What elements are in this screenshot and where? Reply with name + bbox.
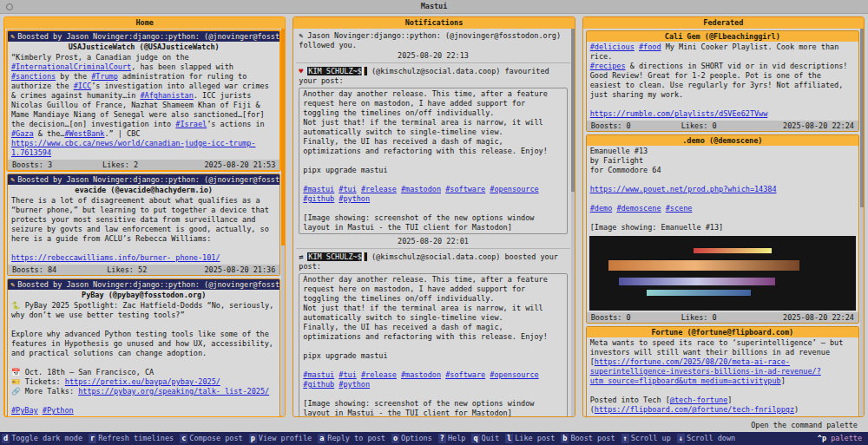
- app-footer: dToggle dark moderRefresh timelinescComp…: [0, 432, 868, 445]
- inline-link[interactable]: #python: [339, 380, 370, 389]
- inline-link[interactable]: #Trump: [91, 72, 118, 81]
- inline-link[interactable]: #PyBay: [11, 406, 38, 415]
- toot-body: “Kimberly Prost, a Canadian judge on the…: [8, 52, 279, 160]
- footer-binding[interactable]: cCompose post: [180, 434, 245, 443]
- notifications-scroll-area[interactable]: ✎Jason Novinger:django::python: (@jnovin…: [293, 29, 574, 416]
- inline-link[interactable]: #Python: [43, 406, 74, 415]
- boost-header: ✎Boosted by Jason Novinger:django::pytho…: [8, 279, 279, 290]
- inline-link[interactable]: #mastui: [303, 185, 334, 193]
- toot-author[interactable]: PyBay (@pybay@fosstodon.org): [8, 290, 279, 300]
- home-scrollbar[interactable]: [281, 29, 285, 416]
- styled-display-name: KIM SCHULZ~$▌: [307, 67, 367, 75]
- binding-label: Help: [446, 434, 467, 443]
- inline-link[interactable]: #software: [445, 370, 485, 379]
- footer-binding[interactable]: pView profile: [249, 434, 314, 443]
- toot[interactable]: .demo (@demoscene) Emanuelle #13 by Fair…: [586, 134, 859, 324]
- tab-home[interactable]: Home: [4, 17, 285, 29]
- inline-link[interactable]: https://www.pouet.net/prod.php?which=143…: [590, 185, 777, 193]
- inline-link[interactable]: #Gaza: [11, 129, 34, 138]
- toot-author[interactable]: Fortune (@fortune@flipboard.com): [587, 327, 858, 337]
- footer-binding[interactable]: dToggle dark mode: [2, 434, 84, 443]
- toot[interactable]: ✎Boosted by Jason Novinger:django::pytho…: [7, 278, 280, 416]
- likes-count: Likes: 52: [107, 265, 147, 275]
- federated-scroll-area[interactable]: Cali Gem (@FLbeachinggirl) #delicious #f…: [583, 29, 864, 416]
- notification-item[interactable]: ✎Jason Novinger:django::python: (@jnovin…: [296, 30, 569, 63]
- footer-binding[interactable]: ?Help: [438, 434, 468, 443]
- inline-link[interactable]: #ICC: [74, 82, 91, 90]
- inline-link[interactable]: #WestBank: [64, 129, 104, 138]
- inline-link[interactable]: #release: [361, 370, 397, 379]
- toot[interactable]: Fortune (@fortune@flipboard.com) Meta wa…: [586, 326, 859, 416]
- scrollbar-thumb[interactable]: [281, 29, 285, 245]
- boost-header-text: Boosted by Jason Novinger:django::python…: [17, 175, 279, 184]
- likes-count: Likes: 0: [681, 121, 717, 131]
- inline-link[interactable]: #github: [303, 380, 334, 389]
- attached-image[interactable]: [589, 236, 856, 311]
- toot-author[interactable]: .demo (@demoscene): [587, 135, 858, 146]
- boost-icon: ⇄: [299, 252, 307, 262]
- toot[interactable]: ✎Boosted by Jason Novinger:django::pytho…: [7, 173, 280, 276]
- footer-binding[interactable]: ↓Scroll down: [677, 434, 737, 443]
- notification-post-body: Another day another release. This time, …: [299, 88, 567, 234]
- inline-link[interactable]: #release: [361, 185, 397, 193]
- inline-link[interactable]: #delicious: [590, 43, 635, 51]
- inline-link[interactable]: #scene: [666, 204, 693, 213]
- inline-link[interactable]: #python: [339, 194, 370, 203]
- toot[interactable]: ✎Boosted by Jason Novinger:django::pytho…: [7, 30, 280, 171]
- binding-label: Reply to post: [326, 434, 387, 443]
- inline-link[interactable]: #mastodon: [401, 185, 441, 193]
- footer-binding[interactable]: oOptions: [391, 434, 434, 443]
- binding-key: c: [180, 434, 187, 443]
- inline-link[interactable]: #recipes: [590, 62, 626, 70]
- inline-link[interactable]: #mastui: [303, 370, 334, 379]
- inline-link[interactable]: #opensource: [490, 370, 538, 379]
- home-scroll-area[interactable]: ✎Boosted by Jason Novinger:django::pytho…: [4, 29, 285, 416]
- tab-federated[interactable]: Federated: [583, 17, 864, 29]
- toot-date: 2025-08-20 22:24: [783, 121, 854, 131]
- binding-key: l: [505, 434, 513, 443]
- footer-binding[interactable]: qQuit: [471, 434, 501, 443]
- footer-binding[interactable]: bBoost post: [561, 434, 616, 443]
- inline-link[interactable]: https://flipboard.com/@fortune/tech-fnri…: [595, 405, 794, 414]
- terminal-window: Mastui Home ✎Boosted by Jason Novinger:d…: [0, 0, 868, 445]
- inline-link[interactable]: https://www.cbc.ca/news/world/canadian-j…: [11, 139, 255, 157]
- inline-link[interactable]: #tui: [339, 370, 356, 379]
- inline-link[interactable]: #github: [303, 194, 334, 203]
- toot-author[interactable]: USAJusticeWatch (@USAJusticeWatch): [8, 42, 279, 52]
- inline-link[interactable]: https://fortune.com/2025/08/20/meta-ai-r…: [590, 357, 821, 385]
- inline-link[interactable]: #mastodon: [401, 370, 441, 379]
- footer-binding[interactable]: ↑Scroll up: [621, 434, 673, 443]
- binding-key: o: [391, 434, 399, 443]
- footer-binding[interactable]: aReply to post: [318, 434, 387, 443]
- footer-binding[interactable]: rRefresh timelines: [89, 434, 175, 443]
- inline-link[interactable]: #demoscene: [616, 204, 661, 213]
- federated-scrollbar[interactable]: [860, 29, 864, 416]
- inline-link[interactable]: #InternationalCriminalCourt: [11, 62, 131, 71]
- scrollbar-thumb[interactable]: [860, 29, 864, 207]
- toot-author[interactable]: Cali Gem (@FLbeachinggirl): [587, 31, 858, 42]
- toot-date: 2025-08-20 22:24: [783, 312, 854, 323]
- palette-binding[interactable]: ^p palette: [818, 434, 866, 443]
- notification-item[interactable]: ⇄KIM SCHULZ~$▌ (@kimschulz@social.data.c…: [296, 252, 569, 416]
- inline-link[interactable]: #food: [639, 43, 661, 51]
- toot[interactable]: Cali Gem (@FLbeachinggirl) #delicious #f…: [586, 30, 859, 132]
- tab-notifications[interactable]: Notifications: [293, 17, 574, 29]
- scrollbar-thumb[interactable]: [571, 29, 575, 192]
- inline-link[interactable]: #Israel: [175, 120, 207, 128]
- inline-link[interactable]: #demo: [590, 204, 613, 213]
- binding-key: b: [561, 434, 569, 443]
- footer-binding[interactable]: lLike post: [505, 434, 556, 443]
- inline-link[interactable]: @tech-fortune: [670, 396, 728, 404]
- notification-item[interactable]: ♥KIM SCHULZ~$▌ (@kimschulz@social.data.c…: [296, 66, 569, 249]
- notifications-scrollbar[interactable]: [571, 29, 575, 416]
- toot-author[interactable]: evacide (@evacide@hachyderm.io): [8, 185, 279, 195]
- inline-link[interactable]: #software: [445, 185, 485, 193]
- inline-link[interactable]: #sanctions: [11, 72, 56, 81]
- inline-link[interactable]: #opensource: [490, 185, 538, 193]
- inline-link[interactable]: https://rebeccawilliams.info/burner- pho…: [11, 253, 220, 262]
- inline-link[interactable]: #Afghanistan: [140, 91, 193, 100]
- inline-link[interactable]: #tui: [339, 185, 356, 193]
- inline-link[interactable]: https://rumble.com/playlists/dSVEe62TVww: [590, 109, 768, 118]
- inline-link[interactable]: https://pybay.org/speaking/talk- list-20…: [78, 387, 269, 396]
- inline-link[interactable]: https://pretix.eu/baypa/pybay-2025/: [65, 377, 220, 386]
